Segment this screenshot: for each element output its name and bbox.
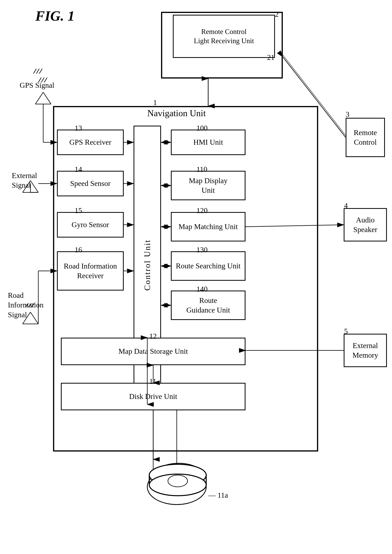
disk-svg [141,463,214,499]
ref-route-searching: 130 [196,245,208,254]
road-info-receiver-box: Road InformationReceiver [57,251,124,291]
ref-disk-label: — 11a [208,491,228,499]
map-display-unit-box: Map DisplayUnit [171,171,245,200]
figure-title: FIG. 1 [35,8,75,24]
ref-monitor: 2 [275,10,279,18]
rcl-unit-label: Remote ControlLight Receiving Unit [194,27,254,46]
ref-disk-drive: 11 [149,377,156,386]
ref-map-display: 110 [196,165,207,173]
route-searching-unit-box: Route Searching Unit [171,251,245,281]
hmi-unit-box: HMI Unit [171,130,245,155]
route-searching-unit-label: Route Searching Unit [176,261,240,271]
svg-line-13 [43,92,51,104]
map-matching-unit-label: Map Matching Unit [179,222,238,231]
ref-map-data-storage: 12 [149,332,157,340]
external-signal-label: ExternalSignal [12,171,37,190]
gps-receiver-box: GPS Receiver [57,130,124,155]
ref-hmi: 100 [196,124,208,132]
control-unit-label: Control Unit [143,239,152,291]
map-data-storage-label: Map Data Storage Unit [119,346,188,356]
remote-control-box: RemoteControl [346,118,385,157]
speed-sensor-box: Speed Sensor [57,171,124,196]
disk-drive-unit-box: Disk Drive Unit [61,383,245,410]
road-info-receiver-label: Road InformationReceiver [64,261,117,281]
map-matching-unit-box: Map Matching Unit [171,212,245,242]
speed-sensor-label: Speed Sensor [70,179,111,188]
route-guidance-unit-label: RouteGuidance Unit [186,296,230,315]
ref-gps-receiver: 13 [75,124,82,132]
rcl-unit-box: Remote ControlLight Receiving Unit [173,15,275,58]
external-memory-label: ExternalMemory [352,341,378,360]
gyro-sensor-label: Gyro Sensor [71,220,109,229]
map-data-storage-box: Map Data Storage Unit [61,338,245,365]
gps-signal-label: GPS Signal [20,81,54,90]
gps-receiver-label: GPS Receiver [69,138,111,147]
ref-speed-sensor: 14 [75,165,82,173]
diagram-container: FIG. 1 Monitor 2 Remote ControlLight Rec… [0,0,392,554]
ref-rcl: 21 [267,53,274,62]
ref-remote-control: 3 [346,110,349,118]
gyro-sensor-box: Gyro Sensor [57,212,124,237]
ref-gyro-sensor: 15 [75,206,82,215]
ref-route-guidance: 140 [196,285,208,293]
road-info-signal-label: RoadInformationSignal [8,291,44,320]
ref-road-info: 16 [75,245,82,254]
hmi-unit-label: HMI Unit [193,138,223,147]
map-display-unit-label: Map DisplayUnit [189,176,227,195]
svg-line-35 [39,69,42,74]
svg-line-33 [33,69,36,74]
remote-control-label: RemoteControl [354,128,377,147]
svg-line-12 [35,92,43,104]
route-guidance-unit-box: RouteGuidance Unit [171,291,245,320]
svg-point-69 [168,475,188,487]
ref-map-matching: 120 [196,206,208,215]
audio-speaker-box: AudioSpeaker [344,208,387,242]
nav-unit-label: Navigation Unit [147,108,206,118]
ref-external-memory: 5 [344,327,348,335]
ref-nav: 1 [153,98,157,107]
ref-audio-speaker: 4 [344,201,348,210]
audio-speaker-label: AudioSpeaker [353,215,377,235]
external-memory-box: ExternalMemory [344,334,387,367]
disk-drive-unit-label: Disk Drive Unit [129,392,177,401]
svg-line-34 [36,69,39,74]
